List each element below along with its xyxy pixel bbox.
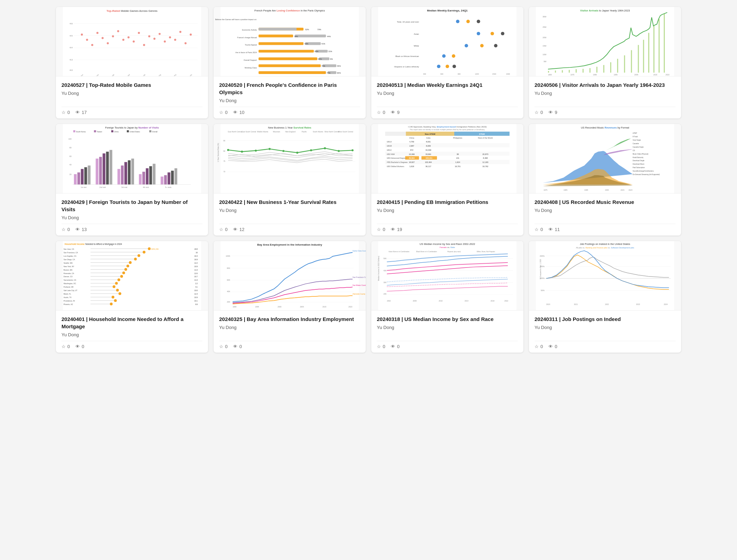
svg-point-321	[138, 254, 140, 257]
svg-text:United States: United States	[130, 131, 140, 133]
svg-point-86	[466, 20, 470, 23]
svg-text:1600: 1600	[506, 73, 510, 75]
card-11-title: 20240318 | US Median Income by Sex and R…	[377, 315, 518, 323]
card-11-stars: ☆ 0	[377, 344, 385, 349]
svg-point-333	[124, 268, 127, 271]
card-median-weekly-earnings[interactable]: Median Weekly Earnings, 24Q1 Total, 16 y…	[371, 7, 523, 118]
svg-rect-180	[174, 168, 177, 184]
star-icon: ☆	[61, 110, 66, 115]
svg-point-339	[120, 275, 123, 278]
svg-text:12.3: 12.3	[194, 293, 198, 295]
svg-point-357	[111, 296, 114, 298]
eye-icon: 👁	[75, 110, 80, 115]
svg-text:EB1B: EB1B	[387, 145, 392, 147]
svg-rect-164	[106, 152, 109, 185]
svg-text:2005: 2005	[605, 189, 609, 191]
svg-point-22	[138, 32, 140, 34]
card-10-body: 20240325 | Bay Area Information Industry…	[214, 311, 366, 353]
svg-text:Paid Subscription: Paid Subscription	[633, 167, 645, 168]
card-7-body: 20240415 | Pending EB Immigration Petiti…	[371, 193, 523, 236]
svg-rect-156	[74, 174, 77, 184]
card-foreign-tourists-japan[interactable]: Foreign Tourists to Japan by Number of V…	[56, 124, 208, 236]
svg-rect-294	[63, 241, 201, 310]
svg-text:US Median Income by Sex and Ra: US Median Income by Sex and Race 2002-20…	[420, 242, 475, 246]
card-job-postings-indeed[interactable]: Job Postings on Indeed in the United Sta…	[529, 241, 681, 353]
eye-icon: 👁	[548, 110, 553, 115]
svg-text:2023: 2023	[348, 306, 352, 308]
card-us-recorded-music[interactable]: US Recorded Music Revenues by Format LP/…	[529, 124, 681, 236]
svg-rect-125	[631, 50, 632, 73]
card-1-title: 20240527 | Top-Rated Mobile Games	[61, 81, 202, 89]
card-4-views: 👁 9	[548, 110, 557, 115]
star-icon: ☆	[377, 110, 381, 115]
card-4-stars: ☆ 0	[535, 110, 543, 115]
card-6-meta: ☆ 0 👁 12	[219, 224, 360, 232]
card-us-median-income[interactable]: US Median Income by Sex and Race 2002-20…	[371, 241, 523, 353]
svg-text:8,009: 8,009	[426, 145, 431, 147]
card-new-business-survival[interactable]: New Business 1-Year Survival Rates East …	[214, 124, 366, 236]
card-french-confidence[interactable]: French People Are Losing Confidence in t…	[214, 7, 366, 118]
svg-text:New England: New England	[285, 131, 296, 133]
svg-text:Kiosk/Subcurity: Kiosk/Subcurity	[633, 157, 644, 158]
svg-text:72%: 72%	[322, 65, 325, 67]
card-household-income-mortgage[interactable]: Household Income Needed to Afford a Mort…	[56, 241, 208, 353]
svg-text:Download Single: Download Single	[633, 160, 645, 162]
svg-text:60K: 60K	[227, 279, 230, 281]
svg-text:2nd visit: 2nd visit	[99, 187, 106, 188]
svg-text:18,762: 18,762	[482, 165, 488, 167]
svg-rect-120	[596, 67, 597, 73]
card-11-body: 20240318 | US Median Income by Sex and R…	[371, 311, 523, 353]
svg-point-12	[86, 39, 88, 41]
svg-rect-242	[385, 152, 510, 156]
svg-text:Cassette: Cassette	[633, 143, 639, 145]
svg-text:1995: 1995	[614, 74, 618, 76]
card-6-views: 👁 12	[233, 227, 244, 232]
svg-text:Santa Clara County: Santa Clara County	[353, 250, 366, 252]
svg-text:Female vs. Male: Female vs. Male	[440, 246, 455, 248]
svg-text:900: 900	[458, 73, 461, 75]
svg-rect-147	[127, 130, 129, 132]
svg-text:FBS Bachelor's Degrees: FBS Bachelor's Degrees	[387, 161, 408, 163]
svg-text:2022: 2022	[605, 304, 609, 305]
svg-text:East South Central: East South Central	[242, 131, 256, 133]
svg-text:US Recorded Music Revenues by : US Recorded Music Revenues by Format	[581, 126, 629, 129]
svg-rect-119	[589, 68, 590, 73]
svg-text:Los Angeles, CA: Los Angeles, CA	[64, 255, 76, 257]
card-10-stars: ☆ 0	[219, 344, 227, 349]
svg-text:65%: 65%	[315, 50, 318, 52]
svg-text:10.6: 10.6	[194, 290, 198, 291]
svg-rect-66	[258, 57, 317, 60]
svg-text:Total, 16 years and over: Total, 16 years and over	[397, 21, 419, 23]
card-11-chart: US Median Income by Sex and Race 2002-20…	[371, 241, 523, 311]
svg-text:4.0: 4.0	[70, 69, 73, 71]
svg-text:Overall Support: Overall Support	[243, 59, 257, 61]
card-12-author: Yu Dong	[535, 325, 676, 330]
svg-text:1995: 1995	[584, 189, 588, 191]
card-top-rated-mobile-games[interactable]: Top-Rated Mobile Games Across Genres 4.6…	[56, 7, 208, 118]
svg-text:STEM: STEM	[479, 133, 485, 135]
svg-text:80: 80	[223, 150, 225, 152]
svg-rect-234	[385, 143, 510, 148]
svg-point-97	[446, 65, 449, 68]
svg-text:2005: 2005	[300, 306, 304, 308]
card-10-views: 👁 0	[233, 344, 242, 349]
svg-text:$454,296: $454,296	[151, 248, 159, 250]
svg-text:5+ visits: 5+ visits	[165, 187, 172, 188]
svg-text:Austin, TX: Austin, TX	[64, 297, 72, 298]
svg-text:38: 38	[457, 153, 459, 155]
svg-rect-177	[164, 175, 167, 184]
card-eb-immigration[interactable]: I-140 Approved, Awaiting Visa, Employmen…	[371, 124, 523, 236]
card-6-stars: ☆ 0	[219, 227, 227, 232]
card-visitor-arrivals-japan[interactable]: Visitor Arrivals to Japan Yearly 1964-20…	[529, 7, 681, 118]
svg-rect-127	[643, 40, 644, 73]
card-5-title: 20240429 | Foreign Tourists to Japan by …	[61, 198, 202, 213]
svg-rect-55	[295, 35, 326, 38]
svg-text:15M: 15M	[543, 45, 546, 47]
svg-text:4.6: 4.6	[70, 23, 73, 25]
card-bay-area-employment[interactable]: Bay Area Employment in the Information I…	[214, 241, 366, 353]
svg-text:EB3 Advanced Degrees: EB3 Advanced Degrees	[387, 157, 407, 159]
svg-rect-170	[131, 159, 134, 185]
card-5-body: 20240429 | Foreign Tourists to Japan by …	[56, 193, 208, 236]
svg-text:2022: 2022	[504, 300, 508, 302]
svg-text:9.9: 9.9	[195, 304, 198, 305]
